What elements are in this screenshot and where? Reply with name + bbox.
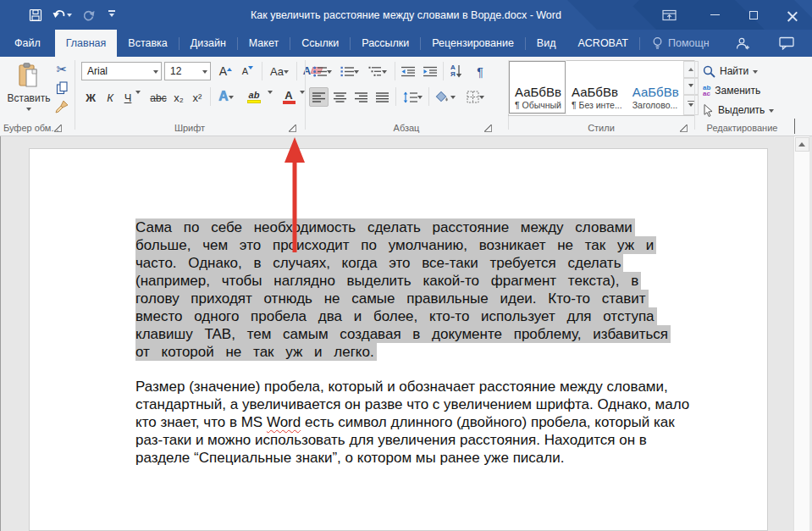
font-dialog-launcher[interactable] (289, 124, 296, 132)
bold-button[interactable]: Ж (81, 87, 100, 106)
text-line: Размер (значение) пробела, который и обо… (135, 378, 737, 395)
tell-me-box[interactable]: Помощн (640, 30, 721, 57)
italic-button[interactable]: К (102, 87, 119, 106)
sign-in-button[interactable] (732, 33, 753, 53)
tab-references[interactable]: Ссылки (290, 30, 350, 57)
tab-mailings[interactable]: Рассылки (351, 30, 420, 57)
shrink-font-button[interactable]: A (237, 62, 258, 80)
multilevel-list-button[interactable] (364, 62, 391, 80)
decrease-indent-button[interactable] (398, 62, 418, 80)
quick-access-toolbar (25, 5, 122, 25)
undo-button[interactable] (49, 5, 75, 25)
underline-button[interactable]: Ч (119, 87, 136, 106)
undo-icon (52, 8, 67, 21)
save-button[interactable] (25, 5, 46, 25)
pilcrow-glyph: ¶ (477, 65, 483, 79)
text-effects-glyph: А (218, 89, 229, 104)
paragraph-dialog-launcher[interactable] (484, 124, 492, 132)
select-button[interactable]: Выделить (703, 101, 774, 119)
minimize-icon (710, 14, 720, 15)
tab-layout[interactable]: Макет (238, 30, 290, 57)
document-text[interactable]: Сама по себе необходимость сделать расст… (135, 218, 737, 467)
replace-label: Заменить (715, 85, 760, 97)
tab-design[interactable]: Дизайн (180, 30, 237, 57)
paste-button[interactable]: Вставить (7, 60, 51, 116)
find-button[interactable]: Найти (703, 62, 758, 80)
misspelled-word: Word (267, 414, 301, 430)
comment-bubble-icon (779, 36, 794, 50)
subscript-button[interactable]: x₂ (169, 87, 188, 106)
tab-view[interactable]: Вид (526, 30, 567, 57)
styles-dialog-launcher[interactable] (680, 124, 688, 132)
redo-button[interactable] (78, 5, 98, 25)
grow-font-arrow (227, 65, 232, 71)
vertical-scrollbar[interactable] (793, 136, 809, 531)
increase-indent-button[interactable] (420, 62, 440, 80)
customize-qat-button[interactable] (102, 5, 122, 25)
selected-line: клавишу TAB, тем самым создавая в докуме… (135, 325, 737, 343)
format-painter-button[interactable] (52, 98, 71, 115)
line-spacing-button[interactable] (399, 87, 426, 107)
font-size-caret (202, 70, 207, 76)
numbering-button[interactable] (337, 62, 362, 80)
underline-glyph: Ч (124, 91, 132, 104)
text-effects-caret (229, 96, 234, 102)
maximize-button[interactable] (734, 0, 773, 30)
style-name: ¶ Без инте... (572, 100, 622, 110)
borders-button[interactable] (461, 87, 489, 107)
font-size-value: 12 (170, 65, 181, 77)
style-normal[interactable]: АаБбВв ¶ Обычный (509, 61, 566, 113)
cut-button[interactable]: ✂ (52, 61, 71, 78)
tab-home[interactable]: Главная (55, 30, 118, 57)
minimize-button[interactable] (695, 0, 734, 30)
replace-button[interactable]: abac Заменить (703, 81, 760, 100)
underline-caret[interactable] (135, 94, 141, 109)
align-right-button[interactable] (351, 87, 371, 107)
second-paragraph: Размер (значение) пробела, который и обо… (135, 378, 737, 467)
highlight-color-button[interactable]: ab (240, 87, 268, 106)
justify-button[interactable] (373, 87, 392, 107)
tab-review[interactable]: Рецензирование (421, 30, 525, 57)
align-left-button[interactable] (309, 87, 329, 107)
ribbon-display-options-button[interactable] (649, 0, 688, 30)
document-page[interactable]: Сама по себе необходимость сделать расст… (29, 148, 768, 531)
increase-indent-icon (423, 66, 437, 77)
superscript-button[interactable]: x² (188, 87, 207, 106)
change-case-glyph: Aa (270, 65, 284, 78)
style-heading1[interactable]: АаБбВв Заголово... (627, 61, 683, 113)
tab-file[interactable]: Файл (0, 30, 55, 57)
sort-button[interactable]: АЯ (445, 62, 467, 80)
shading-button[interactable] (432, 87, 459, 107)
justify-icon (376, 92, 389, 102)
align-center-button[interactable] (330, 87, 350, 107)
collapse-ribbon-button[interactable] (794, 119, 795, 135)
copy-button[interactable] (52, 80, 71, 97)
clipboard-dialog-launcher[interactable] (54, 124, 62, 132)
font-color-button[interactable]: А (278, 87, 300, 106)
change-case-button[interactable]: Aa (266, 62, 293, 80)
grow-font-button[interactable]: A (215, 62, 236, 80)
font-name-combo[interactable]: Arial (81, 62, 162, 80)
style-preview: АаБбВв (632, 85, 679, 100)
close-button[interactable] (773, 0, 812, 30)
tab-acrobat[interactable]: ACROBAT (566, 30, 639, 57)
style-no-spacing[interactable]: АаБбВв ¶ Без инте... (566, 61, 627, 113)
strikethrough-button[interactable]: abc (146, 87, 170, 106)
bullets-button[interactable] (310, 62, 334, 80)
multilevel-list-caret (382, 70, 387, 76)
share-comments-button[interactable] (776, 33, 797, 53)
highlight-caret[interactable] (268, 94, 273, 109)
styles-gallery: АаБбВв ¶ Обычный АаБбВв ¶ Без инте... Аа… (508, 60, 694, 116)
numbering-icon (340, 66, 354, 77)
save-icon (29, 8, 42, 22)
font-size-combo[interactable]: 12 (164, 62, 211, 80)
text-line: стандартный, а увеличивается он разве чт… (135, 395, 737, 413)
numbering-caret (354, 70, 359, 76)
tab-insert[interactable]: Вставка (117, 30, 178, 57)
group-paragraph: АЯ ¶ Абзац (305, 57, 508, 136)
undo-dropdown-caret[interactable] (67, 14, 72, 19)
show-paragraph-marks-button[interactable]: ¶ (471, 62, 489, 80)
scrollbar-up-button[interactable] (795, 137, 809, 152)
editing-group-label: Редактирование (694, 123, 790, 133)
text-effects-button[interactable]: А (213, 87, 239, 106)
